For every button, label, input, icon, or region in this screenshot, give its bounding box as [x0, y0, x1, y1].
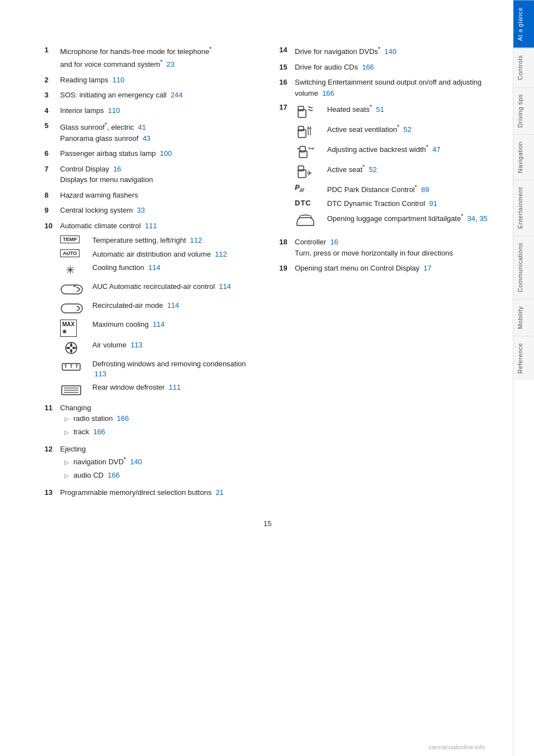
bullet-sub: ▷ navigation DVD* 140 — [65, 455, 257, 468]
item-number: 14 — [279, 45, 295, 57]
bullet-arrow: ▷ — [65, 415, 69, 423]
item-content: Microphone for hands-free mode for telep… — [60, 45, 257, 70]
item-content: Drive for audio CDs 166 — [295, 62, 491, 73]
sidebar-tab-reference[interactable]: Reference — [513, 336, 535, 380]
left-column: 1 Microphone for hands-free mode for tel… — [44, 45, 257, 503]
item-text: Central locking system 33 — [60, 206, 145, 214]
auto-icon: AUTO — [60, 249, 88, 257]
active-seat-item: Active seat* 52 — [295, 163, 491, 180]
list-item: 16 Switching Entertainment sound output … — [279, 77, 491, 99]
main-content: 1 Microphone for hands-free mode for tel… — [0, 0, 513, 756]
item-text: Active seat ventilation* 52 — [327, 123, 491, 135]
item-text: Active seat* 52 — [327, 163, 491, 175]
sidebar-tab-communications[interactable]: Communications — [513, 235, 535, 299]
item-17-content: Heated seats* 51 — [295, 103, 491, 232]
list-item: 15 Drive for audio CDs 166 — [279, 62, 491, 73]
pdc-item: P/// PDC Park Distance Control* 89 — [295, 183, 491, 195]
climate-item-text: Temperature setting, left/right 112 — [92, 235, 257, 246]
climate-item-text: Automatic air distribution and volume 11… — [92, 249, 257, 259]
svg-point-5 — [70, 346, 73, 349]
climate-item-text: Defrosting windows and removing condensa… — [92, 359, 257, 379]
item-number: 4 — [44, 105, 60, 116]
item-text: Passenger airbag status lamp 100 — [60, 149, 172, 158]
item-number: 9 — [44, 205, 60, 216]
bullet-arrow: ▷ — [65, 472, 69, 480]
item-number: 8 — [44, 190, 60, 201]
climate-sub-item: AUTO Automatic air distribution and volu… — [60, 249, 257, 259]
heated-seat-icon — [295, 103, 323, 120]
item-content: Passenger airbag status lamp 100 — [60, 148, 257, 159]
item-subtext: Panorama glass sunroof 43 — [60, 134, 151, 143]
cooling-icon: ✳ — [60, 263, 88, 278]
item-content: Ejecting ▷ navigation DVD* 140 ▷ audio C… — [60, 444, 257, 483]
item-text: Controller 16 — [295, 238, 338, 246]
max-icon: MAX❄ — [60, 320, 88, 337]
temp-icon: TEMP — [60, 235, 88, 243]
item-text: Glass sunroof*, electric 41 — [60, 123, 146, 131]
list-item: 5 Glass sunroof*, electric 41 Panorama g… — [44, 120, 257, 144]
item-content: Controller 16 Turn, press or move horizo… — [295, 237, 491, 258]
backrest-icon — [295, 143, 323, 160]
sidebar-tab-navigation[interactable]: Navigation — [513, 134, 535, 180]
sidebar-tab-controls[interactable]: Controls — [513, 48, 535, 87]
list-item: 1 Microphone for hands-free mode for tel… — [44, 45, 257, 70]
item-text: Drive for audio CDs 166 — [295, 63, 374, 71]
sidebar-tab-driving-tips[interactable]: Driving tips — [513, 87, 535, 134]
page-number: 15 — [44, 519, 491, 528]
watermark: carmanualonline.info — [428, 744, 485, 750]
climate-sub-item: TEMP Temperature setting, left/right 112 — [60, 235, 257, 246]
item-text-continuation: and for voice command system* 23 — [60, 60, 175, 68]
list-item: 9 Central locking system 33 — [44, 205, 257, 216]
item-content: Switching Entertainment sound output on/… — [295, 77, 491, 99]
page-container: 1 Microphone for hands-free mode for tel… — [0, 0, 534, 756]
item-number: 13 — [44, 487, 60, 498]
list-item: 10 Automatic climate control 111 — [44, 220, 257, 232]
item-text: Heated seats* 51 — [327, 103, 491, 115]
item-text: DTC Dynamic Traction Control 91 — [327, 199, 491, 209]
item-subtext: Displays for menu navigation — [60, 175, 153, 184]
dtc-icon: DTC — [295, 199, 323, 207]
item-text: Opening start menu on Control Display 17 — [295, 264, 432, 272]
item-text: Control Display 16 — [60, 165, 121, 173]
bullet-text: radio station 166 — [73, 413, 129, 424]
climate-sub-item: MAX❄ Maximum cooling 114 — [60, 320, 257, 337]
bullet-arrow: ▷ — [65, 458, 69, 467]
climate-sub-item: ✳ Cooling function 114 — [60, 263, 257, 278]
climate-item-text: Cooling function 114 — [92, 263, 257, 273]
item-content: Interior lamps 110 — [60, 105, 257, 116]
sidebar-tab-mobility[interactable]: Mobility — [513, 299, 535, 336]
sidebar-tab-at-a-glance[interactable]: At a glance — [513, 0, 535, 48]
right-column: 14 Drive for navigation DVDs* 140 15 Dri… — [279, 45, 491, 503]
svg-text:✳: ✳ — [66, 264, 75, 276]
item-subtext: Turn, press or move horizontally in four… — [295, 249, 453, 257]
recirculate-icon — [60, 301, 88, 316]
bullet-text: track 166 — [73, 426, 105, 438]
item-text: Opening luggage compartment lid/tailgate… — [327, 212, 491, 224]
svg-point-20 — [298, 148, 299, 150]
bullet-arrow: ▷ — [65, 428, 69, 436]
item-17: 17 — [279, 103, 491, 232]
item-number: 6 — [44, 148, 60, 159]
list-item: 4 Interior lamps 110 — [44, 105, 257, 116]
item-number: 18 — [279, 237, 295, 258]
item-content: Opening start menu on Control Display 17 — [295, 263, 491, 274]
item-content: Changing ▷ radio station 166 ▷ track 166 — [60, 402, 257, 440]
heated-seat-item: Heated seats* 51 — [295, 103, 491, 120]
list-item: 14 Drive for navigation DVDs* 140 — [279, 45, 491, 57]
dtc-item: DTC DTC Dynamic Traction Control 91 — [295, 199, 491, 209]
list-item: 12 Ejecting ▷ navigation DVD* 140 ▷ audi… — [44, 444, 257, 483]
sidebar-tab-entertainment[interactable]: Entertainment — [513, 180, 535, 235]
item-content: Reading lamps 110 — [60, 75, 257, 86]
item-number: 2 — [44, 75, 60, 86]
item-text: Drive for navigation DVDs* 140 — [295, 47, 397, 56]
list-item: 3 SOS: initiating an emergency call 244 — [44, 90, 257, 101]
item-text: Programmable memory/direct selection but… — [60, 488, 224, 497]
right-sidebar: At a glance Controls Driving tips Naviga… — [513, 0, 534, 756]
item-number: 12 — [44, 444, 60, 483]
climate-item-text: Maximum cooling 114 — [92, 320, 257, 330]
item-text: SOS: initiating an emergency call 244 — [60, 91, 182, 99]
list-item: 19 Opening start menu on Control Display… — [279, 263, 491, 274]
list-item: 7 Control Display 16 Displays for menu n… — [44, 164, 257, 185]
item-content: Glass sunroof*, electric 41 Panorama gla… — [60, 120, 257, 144]
pdc-icon: P/// — [295, 183, 323, 193]
